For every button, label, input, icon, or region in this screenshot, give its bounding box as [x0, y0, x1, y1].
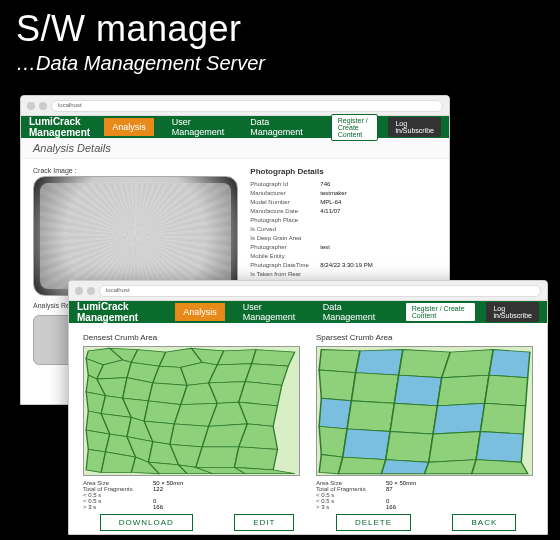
svg-marker-57: [351, 373, 398, 404]
densest-title: Densest Crumb Area: [83, 333, 300, 342]
crack-image-label: Crack Image :: [33, 167, 238, 174]
svg-marker-7: [252, 350, 295, 367]
stat-row: > 3 s166: [316, 504, 533, 510]
delete-button[interactable]: DELETE: [336, 514, 411, 531]
svg-marker-67: [343, 429, 390, 460]
detail-row: Model NumberMPL-64: [250, 198, 437, 207]
window-control-icon[interactable]: [75, 287, 83, 295]
download-button[interactable]: DOWNLOAD: [100, 514, 193, 531]
svg-marker-70: [476, 431, 523, 462]
svg-marker-75: [472, 460, 528, 474]
svg-marker-54: [442, 350, 494, 378]
crack-image: [33, 176, 238, 296]
svg-marker-65: [480, 403, 525, 434]
detail-row: Mobile Entity: [250, 252, 437, 261]
svg-marker-68: [386, 431, 433, 462]
svg-marker-59: [437, 375, 489, 406]
detail-row: Manufacture Date4/11/07: [250, 207, 437, 216]
nav-tab-data-management[interactable]: Data Management: [242, 113, 311, 141]
nav-bar: LumiCrack Management Analysis User Manag…: [69, 301, 547, 323]
browser-chrome: localhost: [69, 281, 547, 301]
detail-row: Photograph Place: [250, 216, 437, 225]
svg-marker-61: [319, 398, 351, 429]
sparsest-mosaic-image: [316, 346, 533, 476]
nav-tab-user-management[interactable]: User Management: [235, 298, 305, 326]
address-bar[interactable]: localhost: [99, 285, 541, 297]
svg-marker-56: [319, 370, 356, 401]
brand-label: LumiCrack Management: [29, 116, 90, 138]
svg-marker-42: [235, 447, 278, 470]
svg-marker-73: [382, 460, 429, 474]
svg-marker-51: [319, 350, 360, 373]
detail-row: Is Curved: [250, 225, 437, 234]
svg-marker-52: [356, 350, 403, 376]
stat-row: > 3 s166: [83, 504, 300, 510]
svg-marker-60: [485, 375, 528, 406]
densest-mosaic-image: [83, 346, 300, 476]
brand-label: LumiCrack Management: [77, 301, 161, 323]
svg-marker-6: [217, 350, 256, 365]
back-button[interactable]: BACK: [452, 514, 516, 531]
address-bar[interactable]: localhost: [51, 100, 443, 112]
browser-chrome: localhost: [21, 96, 449, 116]
svg-marker-55: [489, 350, 530, 378]
svg-marker-64: [433, 403, 485, 434]
window-control-icon[interactable]: [27, 102, 35, 110]
svg-marker-62: [347, 401, 394, 432]
window-control-icon[interactable]: [39, 102, 47, 110]
nav-tab-analysis[interactable]: Analysis: [104, 118, 154, 136]
edit-button[interactable]: EDIT: [234, 514, 294, 531]
detail-row: Photograph DateTime8/24/22 3:30:19 PM: [250, 261, 437, 270]
svg-marker-69: [429, 431, 481, 462]
nav-tab-user-management[interactable]: User Management: [164, 113, 233, 141]
detail-row: Photographertest: [250, 243, 437, 252]
densest-stats: Area Size50 × 50mm Total of Fragments122…: [83, 480, 300, 510]
browser-window-front: localhost LumiCrack Management Analysis …: [68, 280, 548, 535]
window-control-icon[interactable]: [87, 287, 95, 295]
register-button[interactable]: Register / Create Content: [405, 302, 477, 322]
hero-subtitle: …Data Management Server: [0, 50, 560, 75]
svg-marker-74: [425, 460, 477, 474]
sparsest-title: Sparsest Crumb Area: [316, 333, 533, 342]
action-button-row: DOWNLOAD EDIT DELETE BACK: [69, 510, 547, 535]
nav-tab-analysis[interactable]: Analysis: [175, 303, 225, 321]
photograph-details-heading: Photograph Details: [250, 167, 437, 176]
svg-marker-41: [196, 447, 239, 467]
detail-row: Is Taken from Rear: [250, 270, 437, 279]
hero-title: S/W manager: [0, 0, 560, 50]
logout-button[interactable]: Log in/Subscribe: [486, 302, 539, 322]
logout-button[interactable]: Log in/Subscribe: [388, 117, 441, 137]
svg-marker-72: [339, 457, 386, 474]
detail-row: Is Deep Grain Area: [250, 234, 437, 243]
svg-marker-58: [394, 375, 441, 406]
nav-tab-data-management[interactable]: Data Management: [315, 298, 385, 326]
sparsest-panel: Sparsest Crumb Area: [316, 333, 533, 500]
svg-marker-21: [239, 382, 282, 406]
svg-marker-63: [390, 403, 437, 434]
detail-row: Photograph Id746: [250, 180, 437, 189]
densest-panel: Densest Crumb Area: [83, 333, 300, 500]
nav-bar: LumiCrack Management Analysis User Manag…: [21, 116, 449, 138]
sparsest-stats: Area Size50 × 50mm Total of Fragments87 …: [316, 480, 533, 510]
register-button[interactable]: Register / Create Content: [331, 114, 379, 141]
page-title: Analysis Details: [21, 138, 449, 159]
detail-row: Manufacturertestmaker: [250, 189, 437, 198]
